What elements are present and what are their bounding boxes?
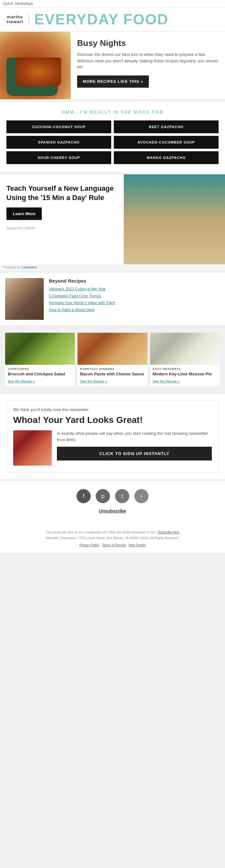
beyond-content: Beyond Recipes Valspar's 2023 Colors of … [49, 278, 115, 320]
beyond-link-2[interactable]: Increase Your Home's Value with Paint [49, 301, 115, 306]
newsletter-section: We think you'll totally love this newsle… [0, 394, 225, 479]
social-section: f p t i Unsubscribe [0, 482, 225, 525]
beyond-link-0[interactable]: Valspar's 2023 Colors of the Year [49, 287, 115, 292]
mood-grid: ZUCCHINI-COCONUT SOUP BEET GAZPACHO SPAN… [6, 120, 219, 164]
learn-more-button[interactable]: Learn More [6, 208, 42, 220]
logo-line1: martha [6, 14, 24, 19]
mood-button-beet-gazpacho[interactable]: BEET GAZPACHO [114, 120, 219, 133]
recipe-image-1 [78, 333, 147, 365]
recipe-title-0: Broccoli and Chickpea Salad [8, 372, 72, 377]
footer-privacy-link[interactable]: Privacy Policy [79, 542, 99, 548]
pinterest-icon[interactable]: p [96, 489, 110, 503]
recipe-body-1: EVERYDAY DINNERS Bacon Pasta with Cheese… [78, 365, 147, 386]
newsletter-description: Is exactly what people will say when you… [57, 430, 212, 443]
mood-button-sour-cherry-soup[interactable]: SOUR-CHERRY SOUP [6, 151, 111, 164]
recipe-link-2[interactable]: See the Recipe » [153, 379, 180, 383]
unsubscribe-link[interactable]: Unsubscribe [8, 508, 217, 514]
beyond-link-3[interactable]: How to Paint a Wood Deck [49, 308, 115, 313]
recipe-category-0: APPETIZERS [8, 367, 72, 371]
facebook-icon[interactable]: f [77, 489, 91, 503]
logo-line2: stewart [6, 19, 24, 24]
beyond-heading: Beyond Recipes [49, 278, 115, 284]
top-bar: Quick Jambalaya [0, 0, 225, 7]
footer-terms-link[interactable]: Terms of Service [102, 542, 126, 548]
footer-subscribe-link[interactable]: Subscribe here [158, 530, 179, 534]
recipe-category-1: EVERYDAY DINNERS [80, 367, 145, 371]
hero-section: Busy Nights Discover the dishes our fans… [0, 32, 225, 99]
footer-email-line: This email was sent to xxx.xxx@gmail.com… [6, 530, 219, 535]
recipe-body-0: APPETIZERS Broccoli and Chickpea Salad S… [5, 365, 75, 386]
mood-title: HMM...I'M REALLY IN THE MOOD FOR [6, 110, 219, 115]
top-bar-label: Quick Jambalaya [3, 1, 33, 6]
powered-by-label: Powered by [3, 266, 20, 269]
recipe-card-0: APPETIZERS Broccoli and Chickpea Salad S… [5, 333, 75, 386]
recipe-card-2: EASY DESSERTS Modern Key-Lime Mousse Pie… [150, 333, 220, 386]
recipe-link-0[interactable]: See the Recipe » [8, 379, 35, 383]
pot-decoration [6, 58, 58, 96]
powered-by-service: LiveIntent [22, 266, 37, 269]
beyond-image [5, 278, 44, 320]
recipe-body-2: EASY DESSERTS Modern Key-Lime Mousse Pie… [150, 365, 220, 386]
hero-text: Busy Nights Discover the dishes our fans… [71, 32, 225, 99]
social-icons: f p t i [8, 489, 217, 503]
site-title: EVERYDAY FOOD [34, 12, 169, 27]
footer-address: Meredith Corporation, 1716 Locust Street… [6, 535, 219, 541]
mood-button-avocado-cucumber-soup[interactable]: AVOCADO-CUCUMBER SOUP [114, 136, 219, 149]
ad-section: Teach Yourself a New Language Using the … [0, 174, 225, 264]
mood-button-zucchini-coconut-soup[interactable]: ZUCCHINI-COCONUT SOUP [6, 120, 111, 133]
hero-heading: Busy Nights [77, 38, 219, 48]
recipe-link-1[interactable]: See the Recipe » [80, 379, 107, 383]
recipe-image-0 [5, 333, 75, 365]
recipe-category-2: EASY DESSERTS [153, 367, 217, 371]
footer-links: Privacy Policy Terms of Service Help Cen… [6, 542, 219, 548]
header: martha stewart EVERYDAY FOOD [0, 7, 225, 32]
more-recipes-button[interactable]: MORE RECIPES LIKE THIS » [77, 75, 149, 88]
beyond-link-1[interactable]: 5 Outdated Paint Color Trends [49, 294, 115, 299]
hero-image-inner [0, 32, 71, 99]
ad-heading: Teach Yourself a New Language Using the … [6, 184, 117, 202]
hero-image [0, 32, 71, 99]
newsletter-title: Whoa! Your Yard Looks Great! [13, 414, 212, 426]
newsletter-content: Is exactly what people will say when you… [13, 430, 212, 466]
ad-image [124, 174, 225, 264]
logo: martha stewart [6, 14, 29, 24]
ad-sponsored: Sponsored | Babbel [6, 226, 117, 230]
hero-description: Discover the dishes our fans turn to whe… [77, 51, 219, 70]
newsletter-image [13, 430, 52, 466]
footer: This email was sent to xxx.xxx@gmail.com… [0, 525, 225, 553]
beyond-recipes-section: Beyond Recipes Valspar's 2023 Colors of … [0, 273, 225, 325]
twitter-icon[interactable]: t [115, 489, 129, 503]
footer-help-link[interactable]: Help Center [129, 542, 146, 548]
mood-button-mango-gazpacho[interactable]: MANGO GAZPACHO [114, 151, 219, 164]
recipe-image-2 [150, 333, 220, 365]
instagram-icon[interactable]: i [134, 489, 148, 503]
pot-food [16, 58, 61, 86]
newsletter-inner: We think you'll totally love this newsle… [6, 400, 219, 473]
recipe-title-2: Modern Key-Lime Mousse Pie [153, 372, 217, 377]
mood-button-spanish-gazpacho[interactable]: SPANISH GAZPACHO [6, 136, 111, 149]
ad-person-image [124, 174, 225, 264]
newsletter-pre-text: We think you'll totally love this newsle… [13, 407, 212, 412]
signup-button[interactable]: CLICK TO SIGN UP INSTANTLY [57, 447, 212, 461]
newsletter-text-wrapper: Is exactly what people will say when you… [57, 430, 212, 461]
recipe-title-1: Bacon Pasta with Cheese Sauce [80, 372, 145, 377]
ad-text: Teach Yourself a New Language Using the … [0, 174, 124, 264]
powered-by-bar: Powered by LiveIntent [0, 264, 225, 270]
mood-section: HMM...I'M REALLY IN THE MOOD FOR ZUCCHIN… [0, 102, 225, 172]
recipe-card-1: EVERYDAY DINNERS Bacon Pasta with Cheese… [78, 333, 147, 386]
footer-email-text: This email was sent to xxx.xxx@gmail.com… [46, 530, 157, 534]
recipes-section: APPETIZERS Broccoli and Chickpea Salad S… [0, 328, 225, 392]
